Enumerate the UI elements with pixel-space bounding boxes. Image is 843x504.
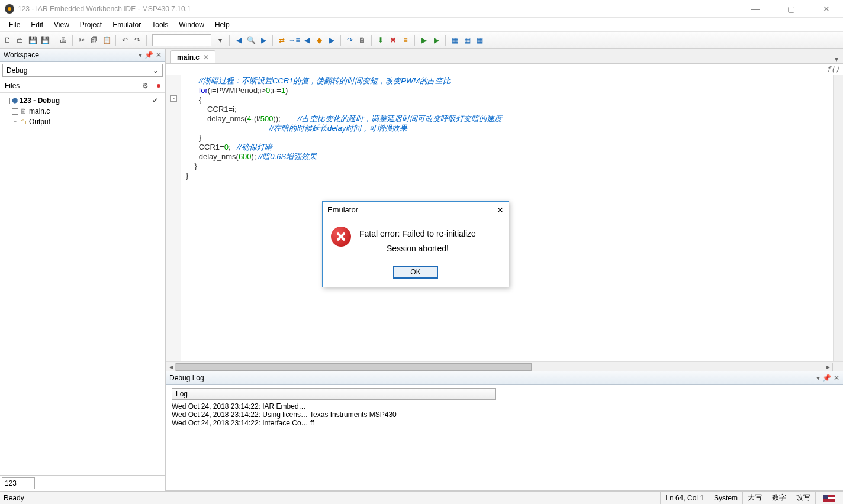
menu-bar: File Edit View Project Emulator Tools Wi… (0, 18, 843, 32)
save-icon[interactable]: 💾 (27, 35, 38, 46)
files-label: Files (5, 82, 20, 90)
panel-menu-icon[interactable]: ▾ (139, 51, 142, 59)
goto-icon[interactable]: →≡ (289, 35, 300, 46)
close-tab-icon[interactable]: ✕ (203, 53, 209, 62)
paste-icon[interactable]: 📋 (101, 35, 112, 46)
open-file-icon[interactable]: 🗀 (15, 35, 25, 46)
workspace-header: Workspace ▾ 📌 ✕ (0, 49, 165, 62)
print-icon[interactable]: 🖶 (58, 35, 69, 46)
vertical-scrollbar[interactable] (833, 75, 843, 361)
config-value: Debug (7, 66, 27, 75)
toolbar-separator (54, 35, 54, 46)
toolbar-separator (72, 35, 73, 46)
tab-menu-icon[interactable]: ▾ (835, 55, 843, 63)
dialog-close-icon[interactable]: ✕ (497, 205, 504, 215)
scroll-left-icon[interactable]: ◂ (166, 363, 176, 371)
step-over-icon[interactable]: ↷ (345, 35, 355, 46)
run-to-icon[interactable]: ▶ (431, 35, 442, 46)
minimize-button[interactable]: — (744, 4, 767, 14)
file-node[interactable]: main.c (29, 107, 50, 115)
ime-indicator[interactable] (815, 492, 839, 504)
output-node[interactable]: Output (29, 118, 50, 126)
menu-edit[interactable]: Edit (25, 19, 49, 31)
cut-icon[interactable]: ✂ (76, 35, 87, 46)
menu-tools[interactable]: Tools (146, 19, 173, 31)
collapse-icon[interactable]: - (4, 98, 10, 104)
config-dropdown[interactable]: Debug ⌄ (2, 64, 163, 77)
editor-tabs: main.c ✕ ▾ (166, 49, 843, 64)
dialog-title: Emulator (327, 205, 358, 214)
menu-view[interactable]: View (49, 19, 75, 31)
status-system: System (709, 492, 742, 504)
horizontal-scrollbar[interactable]: ◂ ▸ (166, 361, 843, 371)
find-icon[interactable]: 🔍 (246, 35, 256, 46)
bookmark-icon[interactable]: ◆ (314, 35, 324, 46)
redo-icon[interactable]: ↷ (132, 35, 143, 46)
toolbar-separator (115, 35, 116, 46)
close-panel-icon[interactable]: ✕ (156, 51, 162, 59)
ok-button[interactable]: OK (393, 266, 438, 279)
break-icon[interactable]: ≡ (400, 35, 411, 46)
dialog-message-2: Session aborted! (359, 241, 476, 256)
gear-icon[interactable]: ⚙ (142, 82, 149, 90)
run-icon[interactable]: ▶ (419, 35, 429, 46)
close-button[interactable]: ✕ (815, 4, 838, 14)
toolbar: 🗋 🗀 💾 💾 🖶 ✂ 🗐 📋 ↶ ↷ ▾ ◀ 🔍 ▶ ⇄ →≡ ◀ ◆ ▶ ↷… (0, 32, 843, 49)
workspace-footer (0, 475, 165, 491)
dialog-message-1: Fatal error: Failed to re-initialize (359, 227, 476, 241)
debug-log-panel: Debug Log ▾ 📌 ✕ Log Wed Oct 24, 2018 23:… (166, 371, 843, 491)
watch-icon[interactable]: ▦ (474, 35, 485, 46)
maximize-button[interactable]: ▢ (779, 4, 803, 14)
log-lines[interactable]: Wed Oct 24, 2018 23:14:22: IAR Embed…Wed… (172, 402, 837, 427)
status-caps: 大写 (742, 492, 767, 504)
bookmark-next-icon[interactable]: ▶ (326, 35, 337, 46)
panel-menu-icon[interactable]: ▾ (816, 374, 820, 382)
pin-icon[interactable]: 📌 (822, 374, 831, 382)
menu-emulator[interactable]: Emulator (107, 19, 146, 31)
expand-icon[interactable]: + (12, 108, 18, 115)
expand-icon[interactable]: + (12, 119, 18, 125)
toolbar-separator (371, 35, 372, 46)
debug-log-title: Debug Log (169, 374, 204, 382)
file-tree[interactable]: - ⬢ 123 - Debug ✔ + 🗎 main.c + 🗀 Output (0, 93, 165, 475)
status-num: 数字 (767, 492, 791, 504)
workspace-tab[interactable] (2, 477, 35, 489)
new-file-icon[interactable]: 🗋 (2, 35, 13, 46)
copy-icon[interactable]: 🗐 (89, 35, 99, 46)
toolbar-separator (445, 35, 446, 46)
files-header: Files ⚙ (0, 79, 165, 93)
status-bar: Ready Ln 64, Col 1 System 大写 数字 改写 (0, 491, 843, 504)
find-combo[interactable] (152, 34, 211, 46)
chevron-down-icon: ⌄ (153, 66, 159, 75)
project-node[interactable]: 123 - Debug (20, 96, 60, 105)
tab-main-c[interactable]: main.c ✕ (170, 50, 215, 63)
bookmark-prev-icon[interactable]: ◀ (301, 35, 312, 46)
close-panel-icon[interactable]: ✕ (834, 374, 839, 382)
scroll-thumb[interactable] (176, 363, 532, 371)
nav-fwd-icon[interactable]: ▶ (258, 35, 269, 46)
memory-icon[interactable]: ▦ (449, 35, 460, 46)
nav-back-icon[interactable]: ◀ (233, 35, 244, 46)
undo-icon[interactable]: ↶ (120, 35, 130, 46)
tab-label: main.c (177, 53, 200, 62)
dropdown-icon[interactable]: ▾ (215, 35, 226, 46)
save-all-icon[interactable]: 💾 (40, 35, 50, 46)
c-file-icon: 🗎 (20, 107, 27, 115)
download-icon[interactable]: ⬇ (375, 35, 386, 46)
log-column-header: Log (172, 388, 496, 400)
fold-icon[interactable]: - (170, 95, 177, 102)
cursor-position: Ln 64, Col 1 (660, 492, 709, 504)
registers-icon[interactable]: ▦ (462, 35, 472, 46)
compile-icon[interactable]: 🗎 (357, 35, 368, 46)
toolbar-separator (340, 35, 341, 46)
menu-help[interactable]: Help (210, 19, 235, 31)
scroll-right-icon[interactable]: ▸ (823, 363, 833, 371)
workspace-panel: Workspace ▾ 📌 ✕ Debug ⌄ Files ⚙ - ⬢ 123 … (0, 49, 166, 491)
title-bar: 123 - IAR Embedded Workbench IDE - MSP43… (0, 0, 843, 18)
replace-icon[interactable]: ⇄ (276, 35, 287, 46)
stop-debug-icon[interactable]: ✖ (388, 35, 398, 46)
menu-file[interactable]: File (4, 19, 25, 31)
menu-project[interactable]: Project (75, 19, 107, 31)
menu-window[interactable]: Window (173, 19, 210, 31)
pin-icon[interactable]: 📌 (144, 51, 153, 59)
